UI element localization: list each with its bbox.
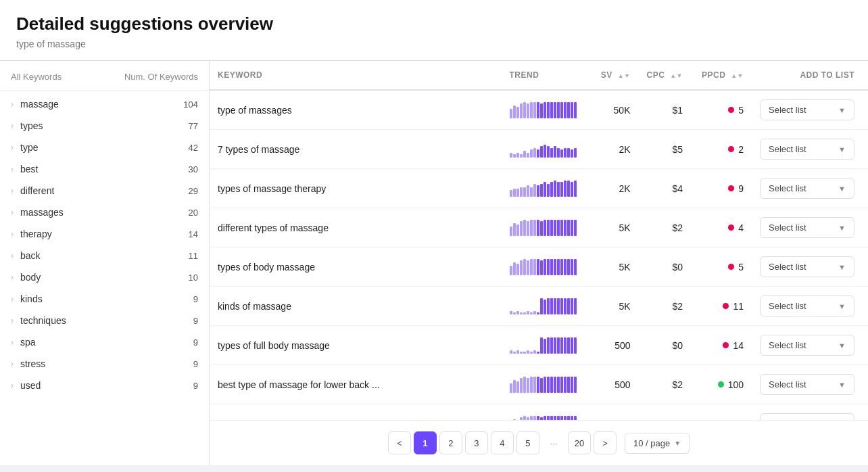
trend-cell [502, 365, 585, 404]
trend-bar [533, 350, 536, 354]
sidebar-item-different[interactable]: › different 29 [0, 180, 209, 202]
trend-bar [574, 298, 577, 314]
trend-bar [560, 220, 563, 236]
select-list-button[interactable]: Select list ▼ [760, 374, 854, 395]
select-list-button[interactable]: Select list ▼ [760, 256, 854, 277]
trend-bar [527, 260, 529, 275]
sidebar-item-body[interactable]: › body 10 [0, 266, 209, 288]
col-sv[interactable]: SV ▲▼ [585, 61, 639, 90]
col-ppcd[interactable]: PPCD ▲▼ [691, 61, 752, 90]
trend-bars [510, 337, 577, 354]
col-cpc[interactable]: CPC ▲▼ [639, 61, 692, 90]
trend-bars [510, 181, 577, 197]
pagination: < 1 2 3 4 5 ··· 20 > 10 / page ▼ [210, 420, 868, 465]
trend-bar [574, 181, 577, 197]
sidebar-chevron: › [11, 273, 14, 282]
sidebar-item-label: type [20, 142, 189, 153]
ppcd-dot [728, 107, 734, 113]
trend-bar [523, 102, 526, 118]
sidebar-item-massage[interactable]: › massage 104 [0, 93, 209, 115]
sidebar-item-best[interactable]: › best 30 [0, 158, 209, 180]
sidebar-item-massages[interactable]: › massages 20 [0, 202, 209, 223]
pagination-page-2[interactable]: 2 [439, 431, 462, 454]
pagination-last[interactable]: 20 [568, 431, 591, 454]
sidebar-item-therapy[interactable]: › therapy 14 [0, 223, 209, 245]
ppcd-dot [723, 303, 729, 309]
pagination-next[interactable]: > [594, 431, 617, 454]
trend-bar [571, 298, 573, 314]
sidebar-item-label: used [20, 380, 193, 391]
per-page-selector[interactable]: 10 / page ▼ [625, 433, 690, 454]
sidebar-item-count: 9 [193, 381, 198, 391]
trend-bar [560, 102, 563, 118]
keyword-cell: best type of massage [210, 404, 502, 421]
select-list-button[interactable]: Select list ▼ [760, 139, 854, 160]
ppcd-value: 2 [738, 144, 744, 155]
select-list-button[interactable]: Select list ▼ [760, 335, 854, 356]
ppcd-dot [728, 264, 734, 270]
col-keyword: KEYWORD [210, 61, 502, 90]
trend-bar [560, 259, 563, 275]
select-list-button[interactable]: Select list ▼ [760, 178, 854, 199]
trend-bar [530, 352, 533, 354]
sidebar-item-type[interactable]: › type 42 [0, 137, 209, 158]
sidebar-item-used[interactable]: › used 9 [0, 375, 209, 396]
trend-bar [520, 378, 523, 393]
select-list-label: Select list [769, 379, 806, 390]
sidebar-item-count: 11 [189, 251, 198, 261]
pagination-page-1[interactable]: 1 [414, 431, 437, 454]
keyword-cell: type of massages [210, 90, 502, 130]
sidebar-item-types[interactable]: › types 77 [0, 115, 209, 137]
select-list-chevron: ▼ [838, 381, 846, 389]
sidebar-chevron: › [11, 337, 14, 347]
select-list-button[interactable]: Select list ▼ [760, 99, 854, 120]
sidebar-item-count: 42 [189, 143, 198, 153]
trend-cell [502, 326, 585, 365]
trend-bar [567, 148, 570, 158]
cpc-cell: $0 [639, 326, 692, 365]
ppcd-inner: 100 [699, 379, 744, 390]
ppcd-cell: 14 [691, 326, 752, 365]
keyword-cell: types of massage therapy [210, 169, 502, 208]
pagination-page-5[interactable]: 5 [516, 431, 539, 454]
ppcd-dot [728, 146, 734, 152]
trend-bar [537, 149, 539, 158]
col-trend: TREND [502, 61, 585, 90]
trend-bar [571, 259, 573, 275]
sidebar-item-stress[interactable]: › stress 9 [0, 353, 209, 375]
keywords-table: KEYWORD TREND SV ▲▼ CPC ▲▼ PPCD ▲▼ ADD T… [210, 61, 868, 420]
sidebar-item-techniques[interactable]: › techniques 9 [0, 310, 209, 331]
sidebar-item-spa[interactable]: › spa 9 [0, 331, 209, 353]
cpc-cell: $1 [639, 90, 692, 130]
select-list-button[interactable]: Select list ▼ [760, 413, 854, 420]
trend-bar [530, 377, 533, 393]
trend-bar [510, 153, 512, 158]
sidebar-item-label: kinds [20, 293, 193, 304]
select-list-button[interactable]: Select list ▼ [760, 296, 854, 316]
trend-bar [527, 185, 529, 197]
addlist-cell: Select list ▼ [752, 208, 868, 247]
sidebar-item-back[interactable]: › back 11 [0, 245, 209, 266]
trend-bar [540, 221, 543, 236]
trend-bar [533, 220, 536, 236]
sidebar-item-count: 10 [189, 273, 198, 283]
trend-bar [571, 149, 573, 158]
sidebar-item-label: massage [20, 99, 183, 110]
trend-bar [574, 220, 577, 236]
addlist-cell: Select list ▼ [752, 287, 868, 326]
select-list-label: Select list [769, 183, 806, 193]
pagination-prev[interactable]: < [388, 431, 411, 454]
trend-bar [544, 182, 546, 197]
cpc-cell: $4 [639, 169, 692, 208]
pagination-page-3[interactable]: 3 [465, 431, 488, 454]
trend-bar [567, 337, 570, 354]
sidebar-item-kinds[interactable]: › kinds 9 [0, 288, 209, 310]
ppcd-cell: 4 [691, 208, 752, 247]
select-list-label: Select list [769, 340, 806, 350]
trend-bar [537, 377, 539, 393]
trend-bars [510, 141, 577, 158]
select-list-button[interactable]: Select list ▼ [760, 217, 854, 238]
trend-bar [510, 350, 512, 354]
content-area: KEYWORD TREND SV ▲▼ CPC ▲▼ PPCD ▲▼ ADD T… [210, 61, 868, 465]
pagination-page-4[interactable]: 4 [491, 431, 514, 454]
